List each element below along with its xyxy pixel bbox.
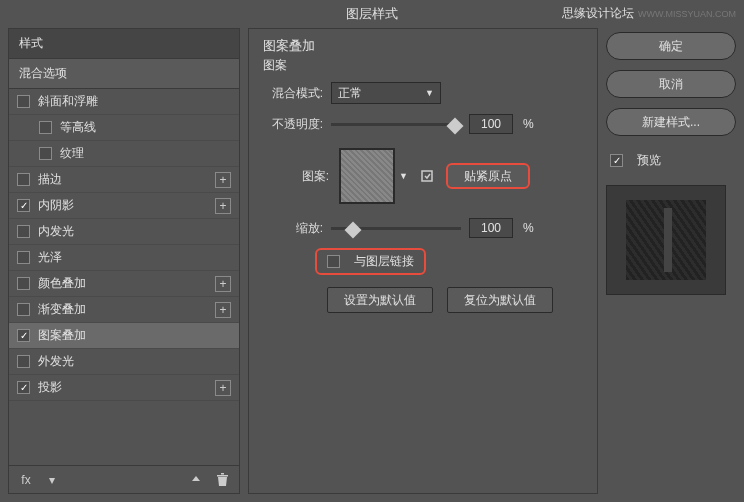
new-style-button[interactable]: 新建样式... (606, 108, 736, 136)
style-checkbox[interactable] (17, 329, 30, 342)
style-list: 斜面和浮雕等高线纹理描边+内阴影+内发光光泽颜色叠加+渐变叠加+图案叠加外发光投… (9, 89, 239, 465)
styles-footer: fx ▾ (9, 465, 239, 493)
style-checkbox[interactable] (17, 251, 30, 264)
style-item-6[interactable]: 光泽 (9, 245, 239, 271)
style-label: 外发光 (38, 353, 231, 370)
trash-icon[interactable] (213, 471, 231, 489)
style-label: 斜面和浮雕 (38, 93, 231, 110)
style-checkbox[interactable] (17, 303, 30, 316)
fx-caret-icon[interactable]: ▾ (43, 471, 61, 489)
link-with-layer-checkbox[interactable] (327, 255, 340, 268)
settings-panel: 图案叠加 图案 混合模式: 正常 ▼ 不透明度: 100 % 图案: ▼ 贴紧原… (248, 28, 598, 494)
blend-mode-label: 混合模式: (263, 85, 323, 102)
style-item-8[interactable]: 渐变叠加+ (9, 297, 239, 323)
add-effect-icon[interactable]: + (215, 172, 231, 188)
watermark-url: WWW.MISSYUAN.COM (638, 9, 736, 19)
snap-icon[interactable] (418, 167, 436, 185)
style-checkbox[interactable] (17, 225, 30, 238)
blend-mode-select[interactable]: 正常 ▼ (331, 82, 441, 104)
styles-header[interactable]: 样式 (9, 29, 239, 59)
style-checkbox[interactable] (17, 381, 30, 394)
scale-slider-thumb[interactable] (345, 222, 362, 239)
style-label: 光泽 (38, 249, 231, 266)
svg-rect-0 (422, 171, 432, 181)
preview-label: 预览 (637, 152, 661, 169)
preview-thumbnail (626, 200, 706, 280)
style-item-10[interactable]: 外发光 (9, 349, 239, 375)
reset-default-button[interactable]: 复位为默认值 (447, 287, 553, 313)
style-label: 描边 (38, 171, 215, 188)
opacity-unit: % (523, 117, 534, 131)
scale-slider[interactable] (331, 221, 461, 235)
style-label: 渐变叠加 (38, 301, 215, 318)
scale-input[interactable]: 100 (469, 218, 513, 238)
section-title: 图案叠加 (263, 37, 583, 55)
pattern-swatch[interactable] (339, 148, 395, 204)
add-effect-icon[interactable]: + (215, 198, 231, 214)
cancel-button[interactable]: 取消 (606, 70, 736, 98)
style-checkbox[interactable] (39, 147, 52, 160)
style-checkbox[interactable] (39, 121, 52, 134)
style-checkbox[interactable] (17, 355, 30, 368)
blending-options[interactable]: 混合选项 (9, 59, 239, 89)
opacity-slider-thumb[interactable] (447, 118, 464, 135)
arrow-up-icon[interactable] (187, 471, 205, 489)
style-label: 颜色叠加 (38, 275, 215, 292)
style-item-7[interactable]: 颜色叠加+ (9, 271, 239, 297)
style-item-5[interactable]: 内发光 (9, 219, 239, 245)
opacity-label: 不透明度: (263, 116, 323, 133)
pattern-label: 图案: (293, 168, 329, 185)
link-with-layer-group[interactable]: 与图层链接 (315, 248, 426, 275)
chevron-down-icon[interactable]: ▼ (399, 171, 408, 181)
add-effect-icon[interactable]: + (215, 380, 231, 396)
scale-label: 缩放: (263, 220, 323, 237)
opacity-slider[interactable] (331, 117, 461, 131)
ok-button[interactable]: 确定 (606, 32, 736, 60)
action-panel: 确定 取消 新建样式... 预览 (606, 28, 736, 494)
style-checkbox[interactable] (17, 95, 30, 108)
watermark-text: 思缘设计论坛 (562, 6, 634, 20)
style-item-4[interactable]: 内阴影+ (9, 193, 239, 219)
style-item-0[interactable]: 斜面和浮雕 (9, 89, 239, 115)
style-item-11[interactable]: 投影+ (9, 375, 239, 401)
set-default-button[interactable]: 设置为默认值 (327, 287, 433, 313)
preview-checkbox[interactable] (610, 154, 623, 167)
preview-box (606, 185, 726, 295)
snap-origin-button[interactable]: 贴紧原点 (446, 163, 530, 189)
style-checkbox[interactable] (17, 173, 30, 186)
blend-mode-value: 正常 (338, 85, 362, 102)
style-label: 内发光 (38, 223, 231, 240)
style-label: 纹理 (60, 145, 231, 162)
style-label: 内阴影 (38, 197, 215, 214)
add-effect-icon[interactable]: + (215, 276, 231, 292)
link-with-layer-label: 与图层链接 (354, 253, 414, 270)
style-item-3[interactable]: 描边+ (9, 167, 239, 193)
scale-unit: % (523, 221, 534, 235)
style-label: 投影 (38, 379, 215, 396)
style-item-9[interactable]: 图案叠加 (9, 323, 239, 349)
add-effect-icon[interactable]: + (215, 302, 231, 318)
style-checkbox[interactable] (17, 277, 30, 290)
styles-panel: 样式 混合选项 斜面和浮雕等高线纹理描边+内阴影+内发光光泽颜色叠加+渐变叠加+… (8, 28, 240, 494)
sub-title: 图案 (263, 57, 583, 74)
style-item-1[interactable]: 等高线 (9, 115, 239, 141)
fx-icon[interactable]: fx (17, 471, 35, 489)
style-checkbox[interactable] (17, 199, 30, 212)
style-label: 图案叠加 (38, 327, 231, 344)
style-label: 等高线 (60, 119, 231, 136)
opacity-input[interactable]: 100 (469, 114, 513, 134)
chevron-down-icon: ▼ (425, 88, 434, 98)
style-item-2[interactable]: 纹理 (9, 141, 239, 167)
